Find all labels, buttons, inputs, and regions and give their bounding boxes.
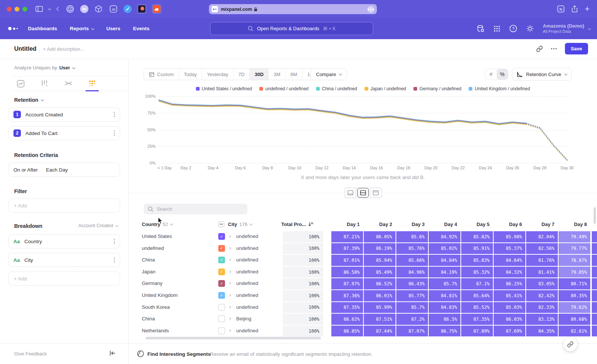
legend-item[interactable]: United Kingdom / undefined	[469, 86, 530, 91]
retention-cell[interactable]: 87.07%	[396, 326, 428, 337]
row-checkbox[interactable]: ✓	[218, 233, 225, 240]
legend-item[interactable]: undefined / undefined	[259, 86, 308, 91]
expand-row-icon[interactable]	[228, 235, 231, 238]
retention-cell[interactable]: 87.21%	[331, 231, 363, 242]
legend-item[interactable]: Germany / undefined	[413, 86, 461, 91]
expand-row-icon[interactable]	[228, 294, 231, 296]
retention-cell[interactable]: 85.6%	[396, 231, 428, 242]
row-checkbox[interactable]: ✓	[218, 245, 225, 252]
row-checkbox[interactable]: ✓	[218, 269, 225, 275]
row-checkbox[interactable]: ✓	[218, 257, 225, 263]
retention-cell[interactable]: 86.19%	[364, 243, 396, 254]
day-column-header[interactable]: Day 2	[364, 219, 396, 229]
patreon-icon[interactable]	[137, 4, 147, 14]
city-column-header[interactable]: City 176	[218, 219, 252, 229]
retention-cell[interactable]: 80.68%	[559, 314, 590, 325]
analyze-value[interactable]: User	[59, 65, 70, 70]
retention-cell[interactable]: 83.05%	[526, 278, 558, 289]
js-icon[interactable]: JS	[109, 4, 118, 14]
retention-cell[interactable]: 86.58%	[331, 267, 363, 278]
retention-cell[interactable]: 87.89%	[461, 326, 493, 337]
retention-cell[interactable]: 86.75%	[429, 326, 460, 337]
retention-cell[interactable]: 85.7%	[429, 278, 460, 289]
retention-cell[interactable]: 86.52%	[364, 278, 396, 289]
horizontal-scrollbar[interactable]	[146, 337, 321, 339]
filter-add-button[interactable]: + Add	[8, 198, 120, 213]
retention-cell[interactable]: 83.13%	[526, 314, 558, 325]
layout-bottom-icon[interactable]	[345, 188, 356, 198]
retention-cell[interactable]: 86.03%	[494, 314, 525, 325]
copy-link-icon[interactable]	[536, 46, 543, 52]
retention-cell[interactable]: 85.41%	[494, 290, 525, 301]
retention-cell[interactable]: 85.52%	[461, 302, 493, 313]
retention-cell[interactable]: 80.71%	[559, 278, 590, 289]
date-range-3m[interactable]: 3M	[268, 69, 285, 80]
retention-cell[interactable]: 82.33%	[526, 302, 558, 313]
retention-cell[interactable]: 85.99%	[364, 302, 396, 313]
layout-top-icon[interactable]	[370, 188, 381, 198]
retention-cell[interactable]: 87.69%	[494, 326, 525, 337]
retention-cell[interactable]: 84.32%	[494, 267, 525, 278]
share-icon[interactable]	[571, 5, 578, 13]
layout-split-icon[interactable]	[357, 188, 369, 198]
breakdown-property-label[interactable]: City	[24, 257, 33, 263]
cube-icon[interactable]	[94, 4, 103, 14]
nav-item-users[interactable]: Users	[106, 26, 121, 31]
add-description[interactable]: + Add description...	[43, 46, 84, 52]
collapse-sidebar-icon[interactable]	[109, 350, 116, 356]
retention-cell[interactable]: 84.81%	[429, 290, 460, 301]
retention-step-card[interactable]: 2Added To Cart	[8, 126, 120, 140]
minimize-window-icon[interactable]	[15, 7, 19, 12]
notion-icon[interactable]: N	[557, 5, 565, 13]
tab-flows[interactable]	[60, 76, 76, 91]
breakdown-card[interactable]: AaCountry	[8, 234, 120, 248]
day-column-header[interactable]: Day 6	[494, 219, 525, 229]
total-column-header[interactable]: Total Pro...	[254, 219, 313, 229]
step-event-label[interactable]: Added To Cart	[25, 131, 57, 136]
legend-item[interactable]: United States / undefined	[196, 86, 252, 91]
retention-cell[interactable]: 86.01%	[364, 290, 396, 301]
save-button[interactable]: Save	[565, 43, 588, 54]
percent-toggle[interactable]: %	[497, 69, 508, 79]
vertical-scrollbar[interactable]	[594, 207, 596, 224]
retention-cell[interactable]: 85.82%	[461, 231, 493, 242]
day-column-header[interactable]: Day 1	[331, 219, 363, 229]
tab-funnels[interactable]	[37, 76, 52, 91]
m-avatar-icon[interactable]: m	[80, 5, 88, 13]
tab-retention[interactable]	[84, 76, 100, 91]
more-options-icon[interactable]	[551, 48, 557, 49]
chevron-down-icon[interactable]	[48, 7, 51, 10]
breakdown-add-button[interactable]: + Add	[8, 272, 120, 286]
retention-cell[interactable]: 84.92%	[429, 231, 460, 242]
date-range-today[interactable]: Today	[179, 69, 202, 80]
retention-cell[interactable]: 82.56%	[526, 243, 558, 254]
legend-item[interactable]: Japan / undefined	[365, 86, 406, 91]
data-gear-icon[interactable]	[476, 25, 485, 33]
day-column-header[interactable]: Day 8	[559, 219, 590, 229]
expand-row-icon[interactable]	[228, 306, 231, 308]
gear-icon[interactable]	[526, 25, 534, 32]
kebab-menu-icon[interactable]	[114, 257, 115, 263]
retention-cell[interactable]: 81.41%	[526, 267, 558, 278]
retention-cell[interactable]: 82.61%	[559, 326, 590, 337]
retention-cell[interactable]: 85.66%	[396, 255, 428, 266]
onepassword-icon[interactable]	[65, 4, 75, 14]
retention-cell[interactable]: 84.83%	[429, 302, 460, 313]
retention-cell[interactable]: 86.5%	[429, 314, 460, 325]
date-range-yesterday[interactable]: Yesterday	[202, 69, 233, 80]
report-title[interactable]: Untitled	[14, 46, 37, 52]
retention-cell[interactable]: 87.39%	[331, 243, 363, 254]
chart-type-select[interactable]: Retention Curve	[512, 68, 572, 81]
retention-cell[interactable]: 85.83%	[461, 255, 493, 266]
tab-insights[interactable]	[13, 76, 28, 91]
mixpanel-logo-icon[interactable]	[8, 27, 18, 30]
retention-cell[interactable]: 85.64%	[461, 290, 493, 301]
retention-cell[interactable]: 85.91%	[461, 243, 493, 254]
date-range-custom[interactable]: Custom	[144, 69, 179, 80]
retention-cell[interactable]: 86.05%	[364, 231, 396, 242]
retention-cell[interactable]: 88.62%	[331, 314, 363, 325]
date-range-30d[interactable]: 30D	[249, 69, 268, 80]
sidebar-toggle-icon[interactable]	[35, 6, 43, 12]
retention-cell[interactable]: 84.19%	[429, 267, 460, 278]
traffic-lights[interactable]	[7, 7, 27, 12]
